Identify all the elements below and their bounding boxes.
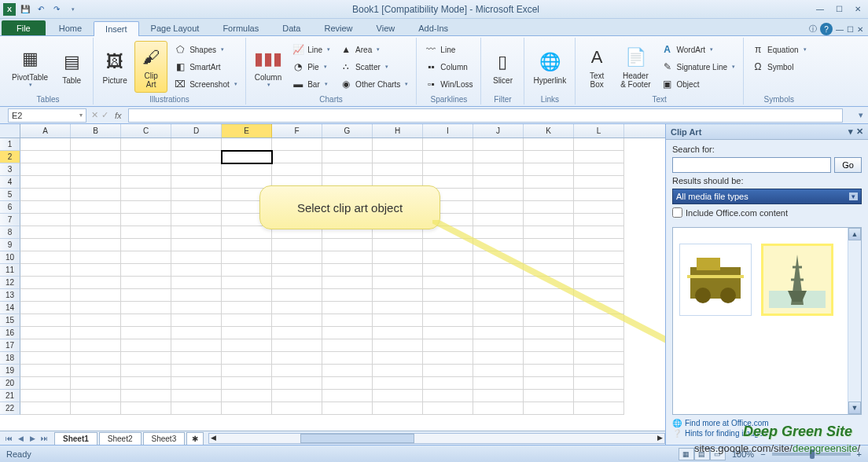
scroll-up-icon[interactable]: ▲: [848, 228, 861, 240]
sheet-nav-first-icon[interactable]: ⏮: [3, 434, 14, 442]
close-button[interactable]: ✕: [851, 4, 865, 15]
restore-button[interactable]: ☐: [832, 4, 846, 15]
media-types-combo[interactable]: All media file types: [672, 189, 862, 204]
bar-chart-button[interactable]: ▬Bar: [289, 76, 333, 93]
signature-line-button[interactable]: ✎Signature Line: [658, 59, 739, 75]
row-header[interactable]: 16: [0, 327, 20, 339]
slicer-button[interactable]: ▯Slicer: [486, 41, 519, 93]
sheet-tab-3[interactable]: Sheet3: [143, 432, 186, 445]
hints-link[interactable]: ❔Hints for finding images: [672, 428, 862, 438]
name-box[interactable]: E2: [8, 108, 86, 123]
tab-formulas[interactable]: Formulas: [211, 20, 270, 35]
column-header[interactable]: C: [121, 124, 171, 138]
column-chart-button[interactable]: ▮▮▮Column: [251, 41, 285, 93]
mdi-minimize-icon[interactable]: —: [836, 25, 844, 34]
column-header[interactable]: J: [473, 124, 524, 138]
formula-input[interactable]: [128, 108, 843, 123]
fx-icon[interactable]: fx: [115, 111, 122, 120]
zoom-in-button[interactable]: +: [857, 449, 862, 459]
tab-page-layout[interactable]: Page Layout: [139, 20, 211, 35]
column-header[interactable]: F: [272, 124, 322, 138]
row-header[interactable]: 8: [0, 226, 20, 239]
pane-close-icon[interactable]: ✕: [856, 126, 863, 137]
column-header[interactable]: E: [222, 124, 272, 138]
sheet-nav-last-icon[interactable]: ⏭: [39, 434, 50, 442]
row-header[interactable]: 22: [0, 402, 20, 415]
view-page-layout-button[interactable]: ▤: [694, 448, 710, 460]
expand-formula-bar-icon[interactable]: ▾: [859, 110, 863, 120]
zoom-out-button[interactable]: −: [760, 449, 765, 459]
row-header[interactable]: 12: [0, 277, 20, 289]
cells-area[interactable]: [20, 138, 665, 415]
tab-view[interactable]: View: [365, 20, 407, 35]
new-sheet-button[interactable]: ✱: [186, 432, 204, 445]
other-charts-button[interactable]: ◉Other Charts: [337, 76, 411, 93]
header-footer-button[interactable]: 📄Header & Footer: [616, 41, 654, 93]
view-normal-button[interactable]: ▦: [679, 448, 694, 460]
textbox-button[interactable]: AText Box: [580, 41, 613, 93]
picture-button[interactable]: 🖼Picture: [98, 41, 131, 93]
row-header[interactable]: 10: [0, 251, 20, 264]
tab-file[interactable]: File: [2, 20, 46, 35]
tab-review[interactable]: Review: [312, 20, 364, 35]
row-header[interactable]: 11: [0, 264, 20, 277]
sheet-tab-2[interactable]: Sheet2: [99, 432, 142, 445]
find-more-link[interactable]: 🌐Find more at Office.com: [672, 418, 862, 428]
tab-data[interactable]: Data: [270, 20, 312, 35]
clipart-button[interactable]: 🖌Clip Art: [134, 41, 167, 93]
row-header[interactable]: 2: [0, 151, 20, 163]
row-header[interactable]: 18: [0, 352, 20, 365]
tab-insert[interactable]: Insert: [94, 21, 139, 36]
scatter-chart-button[interactable]: ∴Scatter: [337, 59, 411, 75]
row-header[interactable]: 14: [0, 302, 20, 314]
area-chart-button[interactable]: ▲Area: [337, 42, 411, 58]
clipart-result-1[interactable]: [679, 244, 752, 316]
sparkline-column-button[interactable]: ▪▪Column: [421, 59, 476, 75]
row-header[interactable]: 15: [0, 314, 20, 327]
save-icon[interactable]: 💾: [19, 3, 31, 16]
tab-addins[interactable]: Add-Ins: [406, 20, 460, 35]
sparkline-line-button[interactable]: 〰Line: [421, 42, 476, 58]
sparkline-winloss-button[interactable]: ▫▪Win/Loss: [421, 76, 476, 93]
clipart-search-input[interactable]: [672, 157, 831, 173]
hyperlink-button[interactable]: 🌐Hyperlink: [529, 41, 570, 93]
mdi-restore-icon[interactable]: ☐: [847, 25, 854, 34]
view-page-break-button[interactable]: ▭: [710, 448, 726, 460]
symbol-button[interactable]: ΩSymbol: [748, 59, 809, 75]
row-header[interactable]: 9: [0, 239, 20, 251]
redo-icon[interactable]: ↷: [50, 3, 63, 16]
column-header[interactable]: G: [322, 124, 373, 138]
clipart-result-2[interactable]: [761, 244, 833, 316]
go-button[interactable]: Go: [834, 157, 862, 173]
undo-icon[interactable]: ↶: [35, 3, 47, 16]
sheet-nav-next-icon[interactable]: ▶: [27, 434, 38, 442]
row-header[interactable]: 5: [0, 189, 20, 201]
spreadsheet-grid[interactable]: ABCDEFGHIJKL 123456789101112131415161718…: [0, 124, 665, 445]
column-header[interactable]: A: [20, 124, 71, 138]
enter-formula-icon[interactable]: ✓: [101, 110, 108, 120]
help-icon[interactable]: ?: [820, 23, 833, 35]
column-header[interactable]: B: [71, 124, 121, 138]
equation-button[interactable]: πEquation: [748, 42, 809, 58]
minimize-ribbon-icon[interactable]: ⓘ: [809, 24, 817, 35]
row-header[interactable]: 20: [0, 377, 20, 390]
row-header[interactable]: 3: [0, 163, 20, 176]
row-header[interactable]: 17: [0, 339, 20, 352]
minimize-button[interactable]: —: [813, 4, 827, 15]
column-header[interactable]: L: [574, 124, 624, 138]
mdi-close-icon[interactable]: ✕: [857, 25, 863, 34]
pivottable-button[interactable]: ▦PivotTable: [8, 41, 52, 93]
column-header[interactable]: K: [524, 124, 574, 138]
zoom-level[interactable]: 100%: [732, 449, 754, 459]
column-header[interactable]: H: [373, 124, 423, 138]
sheet-nav-prev-icon[interactable]: ◀: [15, 434, 26, 442]
smartart-button[interactable]: ◧SmartArt: [171, 59, 241, 75]
sheet-tab-1[interactable]: Sheet1: [54, 432, 97, 445]
results-vertical-scrollbar[interactable]: ▲ ▼: [848, 228, 861, 414]
screenshot-button[interactable]: ⌧Screenshot: [171, 76, 241, 93]
row-header[interactable]: 4: [0, 176, 20, 189]
shapes-button[interactable]: ⬠Shapes: [171, 42, 241, 58]
row-header[interactable]: 1: [0, 138, 20, 151]
pane-menu-icon[interactable]: ▾: [848, 126, 853, 137]
select-all-corner[interactable]: [0, 124, 20, 138]
